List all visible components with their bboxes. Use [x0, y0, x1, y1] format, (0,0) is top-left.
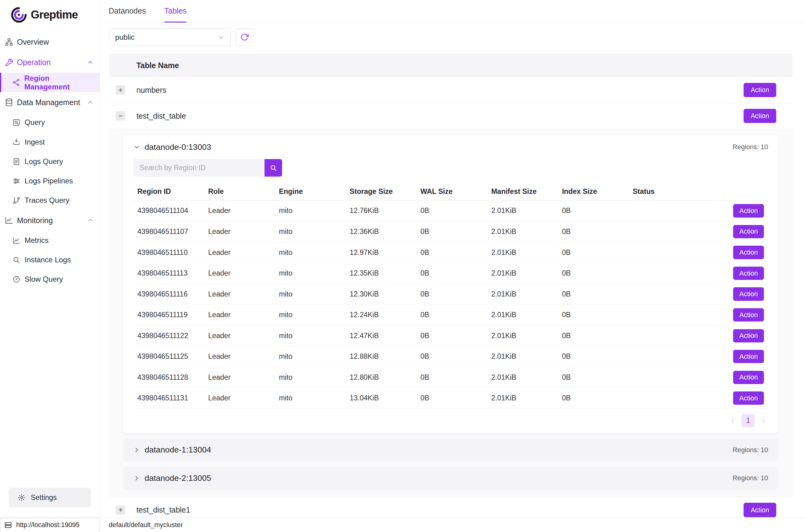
chevron-up-icon	[87, 99, 94, 106]
sidebar-item-ingest[interactable]: Ingest	[0, 132, 100, 152]
region-id-cell: 4398046511116	[133, 284, 204, 305]
wal-size-cell: 0B	[417, 367, 487, 388]
pagination-next-icon[interactable]	[760, 417, 767, 424]
region-table-row: 4398046511104 Leader mito 12.76KiB 0B 2.…	[133, 200, 768, 221]
region-search-button[interactable]	[265, 159, 282, 177]
region-action-button[interactable]: Action	[733, 392, 764, 405]
region-action-button[interactable]: Action	[733, 267, 764, 280]
region-search	[133, 159, 768, 177]
main-content: Datanodes Tables public	[100, 0, 804, 517]
engine-cell: mito	[275, 346, 346, 367]
refresh-icon	[241, 33, 249, 41]
role-cell: Leader	[204, 305, 275, 325]
settings-button[interactable]: Settings	[8, 488, 91, 507]
pagination-prev-icon[interactable]	[729, 417, 736, 424]
sidebar-item-logs-pipelines[interactable]: Logs Pipelines	[0, 171, 100, 191]
sidebar-item-operation[interactable]: Operation	[0, 52, 100, 73]
region-action-button[interactable]: Action	[733, 287, 764, 301]
status-cell	[629, 346, 700, 367]
sidebar-item-traces-query[interactable]: Traces Query	[0, 191, 100, 210]
chart-icon	[5, 216, 13, 225]
sidebar-item-monitoring[interactable]: Monitoring	[0, 210, 100, 231]
expand-icon[interactable]	[116, 86, 125, 95]
role-cell: Leader	[204, 263, 275, 284]
sidebar-item-region-management[interactable]: Region Management	[0, 73, 100, 92]
sidebar-item-data-management[interactable]: Data Management	[0, 92, 100, 113]
region-action-button[interactable]: Action	[733, 329, 764, 342]
tab-tables[interactable]: Tables	[164, 0, 187, 22]
sidebar: Greptime Overview Operation	[0, 0, 100, 517]
collapse-icon[interactable]	[116, 111, 125, 120]
index-size-cell: 0B	[558, 305, 629, 325]
tab-datanodes[interactable]: Datanodes	[109, 0, 146, 22]
table-action-button[interactable]: Action	[744, 83, 777, 97]
storage-size-cell: 12.30KiB	[346, 284, 417, 305]
refresh-button[interactable]	[236, 28, 253, 46]
connection-url-box[interactable]: http://localhost:19095	[0, 518, 100, 532]
sidebar-item-query[interactable]: Query	[0, 113, 100, 132]
storage-size-cell: 12.97KiB	[346, 242, 417, 263]
schema-select[interactable]: public	[109, 28, 231, 46]
document-icon	[12, 157, 21, 166]
chevron-up-icon	[87, 59, 94, 66]
region-id-cell: 4398046511113	[133, 263, 204, 284]
datanode-1-header[interactable]: datanode-1:13004 Regions: 10	[123, 438, 779, 461]
region-action-cell: Action	[700, 346, 768, 367]
region-action-button[interactable]: Action	[733, 204, 764, 217]
table-name: test_dist_table1	[125, 506, 190, 514]
engine-cell: mito	[275, 263, 346, 284]
index-size-cell: 0B	[558, 221, 629, 242]
wal-size-cell: 0B	[417, 221, 487, 242]
tab-label: Datanodes	[109, 6, 146, 15]
sidebar-item-label: Operation	[17, 58, 51, 67]
search-icon	[12, 256, 21, 264]
region-id-cell: 4398046511119	[133, 305, 204, 325]
index-size-cell: 0B	[558, 367, 629, 388]
connection-url: http://localhost:19095	[16, 521, 79, 529]
manifest-size-cell: 2.01KiB	[487, 200, 558, 221]
sidebar-item-overview[interactable]: Overview	[0, 32, 100, 52]
datanode-0-card: datanode-0:13003 Regions: 10	[123, 135, 779, 433]
pagination-page-1[interactable]: 1	[742, 414, 755, 427]
engine-cell: mito	[275, 325, 346, 346]
region-action-button[interactable]: Action	[733, 308, 764, 322]
column-header: WAL Size	[417, 183, 487, 200]
region-action-button[interactable]: Action	[733, 350, 764, 363]
region-action-cell: Action	[700, 242, 768, 263]
region-action-button[interactable]: Action	[733, 371, 764, 384]
chevron-right-icon	[133, 446, 140, 453]
region-table-body: 4398046511104 Leader mito 12.76KiB 0B 2.…	[133, 200, 768, 408]
column-header: Role	[204, 183, 275, 200]
datanode-2-header[interactable]: datanode-2:13005 Regions: 10	[123, 467, 779, 490]
region-search-input[interactable]	[133, 159, 265, 177]
engine-cell: mito	[275, 200, 346, 221]
sidebar-item-slow-query[interactable]: Slow Query	[0, 270, 100, 289]
index-size-cell: 0B	[558, 200, 629, 221]
sidebar-item-instance-logs[interactable]: Instance Logs	[0, 250, 100, 270]
datanode-0-header[interactable]: datanode-0:13003 Regions: 10	[133, 142, 768, 152]
region-table-row: 4398046511128 Leader mito 12.80KiB 0B 2.…	[133, 367, 768, 388]
index-size-cell: 0B	[558, 284, 629, 305]
gear-icon	[18, 493, 26, 502]
region-action-button[interactable]: Action	[733, 246, 764, 259]
region-table: Region ID Role Engine Storage Size WAL S…	[133, 183, 768, 409]
statusbar: http://localhost:19095 default/default_m…	[0, 517, 804, 532]
table-action-button[interactable]: Action	[744, 503, 777, 517]
table-row: test_dist_table Action	[109, 103, 793, 129]
index-size-cell: 0B	[558, 242, 629, 263]
table-action-button[interactable]: Action	[744, 109, 777, 123]
region-action-cell: Action	[700, 305, 768, 325]
sidebar-item-logs-query[interactable]: Logs Query	[0, 152, 100, 171]
status-cell	[629, 388, 700, 409]
sidebar-item-label: Metrics	[25, 236, 49, 245]
datanode-title: datanode-0:13003	[145, 142, 211, 152]
status-cell	[629, 263, 700, 284]
expanded-table-panel: datanode-0:13003 Regions: 10	[109, 129, 793, 497]
region-action-button[interactable]: Action	[733, 225, 764, 238]
expand-icon[interactable]	[116, 506, 125, 515]
region-table-row: 4398046511125 Leader mito 12.88KiB 0B 2.…	[133, 346, 768, 367]
region-action-cell: Action	[700, 284, 768, 305]
status-cell	[629, 367, 700, 388]
storage-size-cell: 12.47KiB	[346, 325, 417, 346]
sidebar-item-metrics[interactable]: Metrics	[0, 231, 100, 250]
